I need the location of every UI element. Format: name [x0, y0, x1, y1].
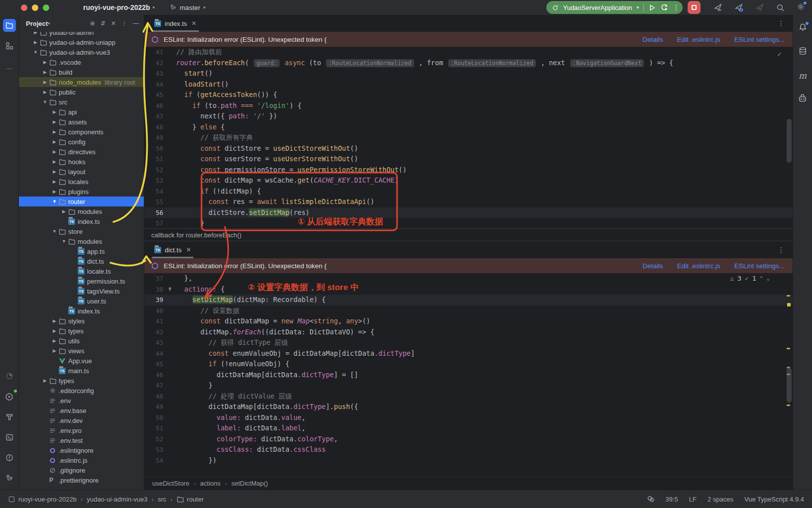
breadcrumb-setDictMap[interactable]: setDictMap() [231, 480, 268, 487]
banner-link-eslint-settings-[interactable]: ESLint settings... [734, 262, 785, 270]
search-icon[interactable] [776, 3, 785, 12]
stripe-mark[interactable] [787, 295, 790, 297]
problems-tool-icon[interactable] [3, 451, 16, 464]
chevron-right-icon[interactable]: ▶ [41, 90, 49, 95]
tree-item-modules[interactable]: ▶modules [19, 206, 144, 216]
scrollbar-thumb[interactable] [787, 119, 792, 163]
profiler-tool-icon[interactable] [3, 370, 16, 383]
file-type[interactable]: Vue TypeScript 4.9.4 [744, 496, 804, 503]
tree-item-.vscode[interactable]: ▶.vscode [19, 57, 144, 67]
tree-item-.gitignore[interactable]: .gitignore [19, 465, 144, 475]
code-line-52[interactable]: 52 const permissionStore = usePermission… [144, 165, 793, 176]
chevron-right-icon[interactable]: ▶ [50, 149, 59, 154]
chevron-right-icon[interactable]: ▶ [41, 80, 49, 85]
indent-size[interactable]: 2 spaces [708, 496, 733, 503]
tree-item-modules[interactable]: ▼modules [19, 236, 144, 246]
tree-item-yudao-ui-admin-uniapp[interactable]: ▶yudao-ui-admin-uniapp [19, 37, 144, 47]
chevron-down-icon[interactable]: ▼ [31, 50, 40, 55]
tree-item-App.vue[interactable]: App.vue [19, 356, 144, 366]
run-button[interactable] [648, 4, 656, 11]
code-editor-dict[interactable]: 37 },38 actions: {39 setDictMap(dictMap:… [144, 273, 793, 477]
code-line-41[interactable]: 41 const dictDataMap = new Map<string, a… [144, 316, 793, 327]
editor-options-icon[interactable]: ⋮ [778, 19, 785, 27]
tree-item-.env.dev[interactable]: .env.dev [19, 415, 144, 425]
code-line-48[interactable]: 48 } else { [144, 122, 793, 133]
code-line-53[interactable]: 53 cssClass: dictData.cssClass [144, 444, 793, 455]
tree-item-app.ts[interactable]: TSapp.ts [19, 246, 144, 256]
tree-item-config[interactable]: ▶config [19, 137, 144, 147]
tree-item-src[interactable]: ▼src [19, 97, 144, 107]
code-line-51[interactable]: 51 label: dictData.label, [144, 423, 793, 434]
mac-close-button[interactable] [21, 4, 27, 11]
profiler-rocket-icon-1[interactable] [713, 3, 722, 12]
tree-item-build[interactable]: ▶build [19, 67, 144, 77]
rerun-coverage-button[interactable] [660, 3, 668, 11]
code-line-48[interactable]: 48 // 处理 dictValue 层级 [144, 391, 793, 402]
code-line-53[interactable]: 53 const dictMap = wsCache.get(CACHE_KEY… [144, 175, 793, 186]
code-editor-index[interactable]: 41// 路由加载前42router.beforeEach( guard: as… [144, 47, 793, 228]
stripe-mark[interactable] [787, 405, 790, 406]
notifications-icon[interactable] [799, 23, 807, 33]
code-line-47[interactable]: 47 next({ path: '/' }) [144, 111, 793, 122]
database-icon[interactable] [799, 47, 807, 57]
chevron-right-icon[interactable]: ▶ [50, 129, 59, 134]
chevron-right-icon[interactable]: ▶ [60, 209, 68, 214]
tree-item-.prettierignore[interactable]: P.prettierignore [19, 475, 144, 485]
chevron-down-icon[interactable]: ▾ [636, 5, 639, 10]
chevron-down-icon[interactable]: ▼ [41, 100, 49, 104]
tree-item-.env.test[interactable]: .env.test [19, 435, 144, 445]
tree-item-types[interactable]: ▶types [19, 326, 144, 336]
tree-item-components[interactable]: ▶components [19, 127, 144, 137]
code-line-42[interactable]: 42router.beforeEach( guard: async (to :R… [144, 58, 793, 69]
services-tool-icon[interactable] [3, 390, 16, 403]
chevron-down-icon[interactable]: ▼ [50, 229, 59, 234]
hide-panel-icon[interactable]: — [133, 20, 139, 27]
chevron-right-icon[interactable]: ▶ [50, 179, 59, 184]
code-line-44[interactable]: 44 const enumValueObj = dictDataMap[dict… [144, 348, 793, 359]
tree-item-types[interactable]: ▶types [19, 376, 144, 386]
code-line-49[interactable]: 49 // 获取所有字典 [144, 132, 793, 143]
chevron-right-icon[interactable]: ▶ [50, 189, 59, 194]
banner-link-details[interactable]: Details [642, 36, 663, 43]
tree-item-.editorconfig[interactable]: .editorconfig [19, 386, 144, 396]
tree-item-dict.ts[interactable]: TSdict.ts [19, 256, 144, 266]
code-line-39[interactable]: 39 setDictMap(dictMap: Recordable) { [144, 295, 793, 305]
collapse-all-icon[interactable]: ✕ [111, 20, 116, 27]
tree-item-yudao-ui-admin[interactable]: ▶yudao-ui-admin [19, 32, 144, 37]
next-problem-icon[interactable]: ⌄ [766, 275, 770, 282]
tree-item-user.ts[interactable]: TSuser.ts [19, 296, 144, 306]
breadcrumb-useDictStore[interactable]: useDictStore [152, 480, 189, 487]
profiler-rocket-icon-3[interactable] [755, 3, 764, 12]
override-marker-icon[interactable] [163, 284, 176, 295]
chevron-right-icon[interactable]: ▶ [50, 348, 59, 353]
line-ending[interactable]: LF [689, 496, 697, 503]
tree-item-.env.pro[interactable]: .env.pro [19, 425, 144, 435]
code-line-50[interactable]: 50 value: dictData.value, [144, 412, 793, 423]
chevron-down-icon[interactable]: ▼ [60, 239, 68, 244]
code-line-42[interactable]: 42 dictMap.forEach((dictData: DictDataVO… [144, 327, 793, 338]
tree-item-plugins[interactable]: ▶plugins [19, 187, 144, 197]
expand-collapse-icon[interactable]: ⇵ [101, 20, 105, 27]
tree-item-locales[interactable]: ▶locales [19, 177, 144, 187]
code-line-46[interactable]: 46 dictDataMap[dictData.dictType] = [] [144, 370, 793, 381]
build-tool-icon[interactable] [3, 410, 16, 423]
chevron-right-icon[interactable]: ▶ [50, 119, 59, 124]
tree-item-node_modules[interactable]: ▶node_moduleslibrary root [19, 77, 144, 87]
profiler-rocket-icon-2[interactable] [734, 3, 743, 12]
code-line-55[interactable]: 55 const res = await listSimpleDictDataA… [144, 197, 793, 207]
tree-item-locale.ts[interactable]: TSlocale.ts [19, 266, 144, 276]
stripe-mark[interactable] [787, 348, 790, 349]
tree-item-yudao-ui-admin-vue3[interactable]: ▼yudao-ui-admin-vue3 [19, 47, 144, 57]
tree-item-permission.ts[interactable]: TSpermission.ts [19, 276, 144, 286]
mac-zoom-button[interactable] [43, 4, 49, 11]
tree-item-public[interactable]: ▶public [19, 87, 144, 97]
code-line-38[interactable]: 38 actions: { [144, 284, 793, 295]
code-line-52[interactable]: 52 colorType: dictData.colorType, [144, 434, 793, 445]
code-line-54[interactable]: 54 }) [144, 455, 793, 466]
code-line-45[interactable]: 45 if (getAccessToken()) { [144, 90, 793, 101]
breadcrumb-actions[interactable]: actions [200, 480, 220, 487]
status-path-router[interactable]: router [177, 496, 204, 503]
status-path-src[interactable]: src [158, 496, 166, 503]
terminal-tool-icon[interactable] [3, 431, 16, 444]
banner-link-details[interactable]: Details [642, 262, 663, 270]
